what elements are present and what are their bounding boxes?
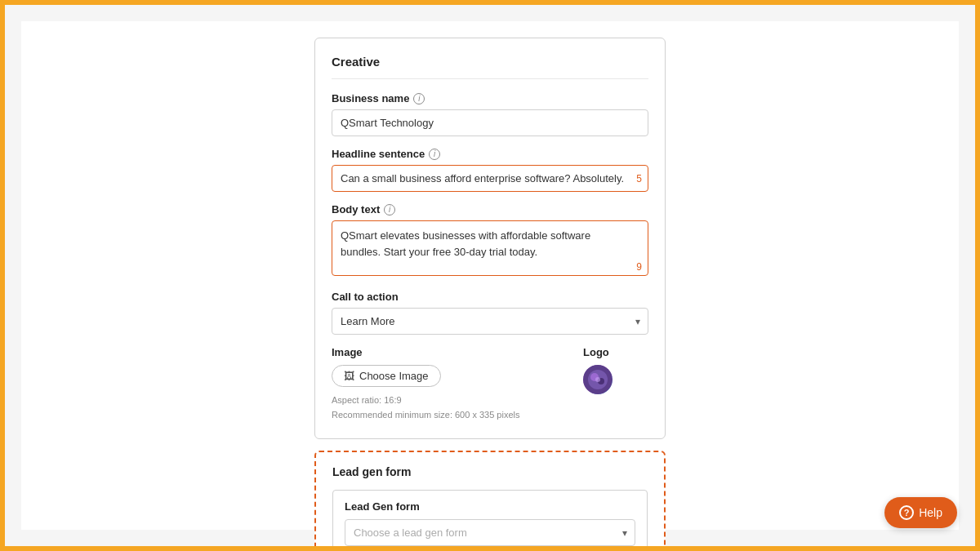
- cta-label: Call to action: [332, 291, 648, 303]
- min-size-hint: Recommended minimum size: 600 x 335 pixe…: [332, 408, 550, 423]
- headline-info-icon: i: [429, 149, 440, 160]
- logo-label: Logo: [583, 346, 648, 358]
- headline-wrapper: 5: [332, 165, 648, 192]
- choose-image-label: Choose Image: [359, 370, 429, 382]
- headline-group: Headline sentence i 5: [332, 148, 648, 192]
- page-wrapper: Creative Business name i Headline senten…: [21, 21, 959, 530]
- logo-section: Logo: [583, 346, 648, 394]
- lead-gen-form-label: Lead Gen form: [345, 500, 635, 513]
- svg-point-4: [595, 377, 600, 382]
- help-button[interactable]: ? Help: [884, 497, 957, 528]
- cta-group: Call to action Learn More Sign Up Get St…: [332, 291, 648, 335]
- logo-avatar: [583, 365, 612, 394]
- lead-gen-section-title: Lead gen form: [332, 465, 648, 478]
- image-label: Image: [332, 346, 550, 358]
- cta-select[interactable]: Learn More Sign Up Get Started Contact U…: [332, 308, 648, 335]
- image-icon: 🖼: [344, 370, 354, 382]
- creative-card-title: Creative: [332, 55, 648, 79]
- image-hints: Aspect ratio: 16:9 Recommended minimum s…: [332, 393, 550, 422]
- business-name-group: Business name i: [332, 92, 648, 136]
- business-name-label: Business name i: [332, 92, 648, 104]
- choose-image-button[interactable]: 🖼 Choose Image: [332, 365, 441, 387]
- headline-label: Headline sentence i: [332, 148, 648, 160]
- aspect-ratio-hint: Aspect ratio: 16:9: [332, 393, 550, 408]
- image-section: Image 🖼 Choose Image Aspect ratio: 16:9 …: [332, 346, 550, 422]
- headline-char-count: 5: [636, 173, 642, 184]
- body-text-info-icon: i: [384, 204, 395, 216]
- image-logo-row: Image 🖼 Choose Image Aspect ratio: 16:9 …: [332, 346, 648, 422]
- logo-image: [583, 365, 612, 394]
- lead-gen-select-wrapper: Choose a lead gen form ▾: [345, 519, 635, 546]
- help-circle-icon: ?: [899, 505, 914, 520]
- body-text-input[interactable]: [332, 220, 648, 276]
- business-name-input[interactable]: [332, 109, 648, 136]
- business-name-info-icon: i: [413, 93, 425, 104]
- body-char-count: 9: [636, 261, 642, 273]
- body-wrapper: 9: [332, 220, 648, 279]
- help-label: Help: [919, 506, 942, 519]
- lead-gen-form-select[interactable]: Choose a lead gen form: [345, 519, 635, 546]
- center-content: Creative Business name i Headline senten…: [314, 38, 666, 551]
- creative-card: Creative Business name i Headline senten…: [314, 38, 666, 439]
- lead-gen-inner: Lead Gen form Choose a lead gen form ▾: [332, 490, 648, 551]
- headline-input[interactable]: [332, 165, 648, 192]
- body-text-group: Body text i 9: [332, 203, 648, 279]
- body-text-label: Body text i: [332, 203, 648, 216]
- cta-select-wrapper: Learn More Sign Up Get Started Contact U…: [332, 308, 648, 335]
- lead-gen-card: Lead gen form Lead Gen form Choose a lea…: [314, 451, 666, 551]
